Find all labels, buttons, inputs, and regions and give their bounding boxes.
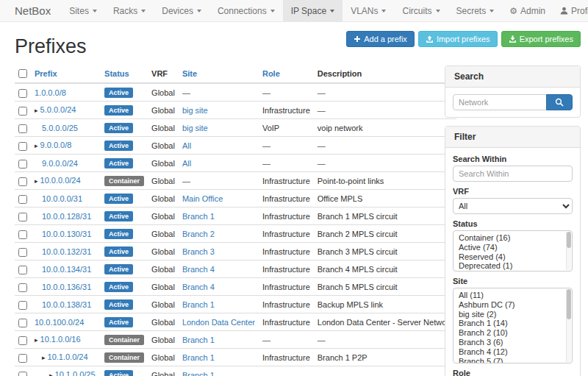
prefix-link[interactable]: 10.1.0.0/25 — [55, 370, 96, 376]
prefix-link[interactable]: 10.0.0.136/31 — [42, 283, 91, 291]
listbox-option[interactable]: Deprecated (1) — [459, 261, 562, 271]
nav-item-sites[interactable]: Sites — [61, 0, 105, 21]
row-checkbox[interactable] — [18, 89, 27, 98]
column-header-site[interactable]: Site — [179, 65, 259, 83]
prefix-link[interactable]: 1.0.0.0/8 — [35, 88, 66, 97]
listbox-option[interactable]: Active (74) — [459, 243, 562, 252]
row-checkbox[interactable] — [18, 266, 27, 274]
listbox-option[interactable]: Reserved (4) — [459, 252, 562, 262]
listbox-option[interactable]: big site (2) — [459, 310, 562, 319]
row-checkbox[interactable] — [18, 336, 27, 345]
site-link[interactable]: Main Office — [182, 194, 223, 203]
vrf-cell: Global — [148, 83, 179, 102]
nav-item-label: Racks — [113, 6, 137, 16]
listbox-option[interactable]: Branch 2 (10) — [459, 328, 562, 338]
listbox-option[interactable]: Branch 5 (7) — [459, 357, 562, 363]
row-checkbox[interactable] — [18, 177, 27, 186]
site-link[interactable]: Branch 1 — [182, 300, 215, 309]
row-checkbox[interactable] — [18, 107, 27, 116]
nav-right-items: ⚙AdminProfileLog out — [502, 0, 588, 21]
prefix-link[interactable]: 5.0.0.0/24 — [40, 105, 76, 114]
search-input[interactable] — [453, 94, 547, 110]
status-badge: Active — [104, 299, 133, 310]
column-header-status[interactable]: Status — [101, 65, 148, 83]
role-cell: Infrastructure — [259, 349, 314, 366]
import-prefixes-button[interactable]: Import prefixes — [418, 31, 498, 47]
site-link[interactable]: London Data Center — [182, 318, 255, 327]
prefix-link[interactable]: 10.0.0.132/31 — [42, 247, 91, 256]
prefix-link[interactable]: 10.1.0.0/16 — [40, 335, 81, 344]
row-checkbox[interactable] — [18, 248, 27, 257]
site-link[interactable]: Branch 2 — [182, 230, 215, 238]
role-cell: Infrastructure — [259, 260, 314, 278]
site-link[interactable]: Branch 4 — [182, 265, 215, 274]
site-link[interactable]: All — [182, 141, 191, 150]
nav-item-ip-space[interactable]: IP Space — [283, 0, 343, 21]
row-checkbox[interactable] — [18, 354, 27, 363]
description-cell: Backup MPLS link — [314, 296, 457, 313]
row-checkbox[interactable] — [18, 319, 27, 327]
row-checkbox[interactable] — [18, 230, 27, 239]
listbox-option[interactable]: Container (16) — [459, 233, 562, 243]
row-checkbox[interactable] — [18, 301, 27, 310]
scrollbar-thumb[interactable] — [567, 232, 571, 248]
filter-label-role: Role — [453, 369, 573, 376]
prefix-link[interactable]: 10.0.0.130/31 — [42, 230, 91, 238]
role-cell: Infrastructure — [259, 243, 314, 260]
site-link[interactable]: All — [182, 159, 191, 168]
row-checkbox[interactable] — [18, 283, 27, 292]
nav-item-racks[interactable]: Racks — [105, 0, 154, 21]
prefix-link[interactable]: 5.0.0.0/25 — [42, 124, 78, 132]
site-link[interactable]: big site — [182, 106, 208, 115]
column-header-prefix[interactable]: Prefix — [31, 65, 101, 83]
prefix-link[interactable]: 10.0.0.134/31 — [42, 265, 91, 274]
nav-item-connections[interactable]: Connections — [209, 0, 283, 21]
site-link[interactable]: Branch 4 — [182, 283, 215, 291]
row-checkbox[interactable] — [18, 372, 27, 376]
nav-item-vlans[interactable]: VLANs — [343, 0, 394, 21]
row-checkbox[interactable] — [18, 195, 27, 204]
site-link[interactable]: Branch 1 — [182, 353, 215, 362]
row-checkbox[interactable] — [18, 160, 27, 169]
scrollbar-thumb[interactable] — [567, 289, 571, 319]
filter-select-vrf[interactable]: All — [453, 198, 573, 214]
site-link[interactable]: big site — [182, 124, 208, 132]
prefix-link[interactable]: 10.0.0.0/31 — [42, 194, 82, 203]
prefix-link[interactable]: 10.0.0.128/31 — [42, 212, 91, 221]
status-badge: Container — [104, 335, 144, 345]
prefix-link[interactable]: 10.1.0.0/24 — [48, 352, 88, 361]
listbox-option[interactable]: Branch 3 (6) — [459, 338, 562, 347]
listbox-option[interactable]: Branch 4 (12) — [459, 347, 562, 357]
export-prefixes-button[interactable]: Export prefixes — [501, 31, 581, 47]
filter-input-search-within[interactable] — [453, 166, 573, 182]
nav-item-circuits[interactable]: Circuits — [394, 0, 448, 21]
nav-item-label: Sites — [69, 6, 89, 16]
row-checkbox[interactable] — [18, 213, 27, 221]
vrf-cell: Global — [148, 172, 179, 190]
prefix-link[interactable]: 10.0.100.0/24 — [35, 318, 84, 327]
site-link[interactable]: Branch 1 — [182, 371, 215, 376]
filter-listbox-site[interactable]: All (11)Ashburn DC (7)big site (2)Branch… — [453, 288, 573, 363]
nav-item-secrets[interactable]: Secrets — [448, 0, 503, 21]
search-button[interactable] — [546, 94, 573, 110]
site-link[interactable]: Branch 1 — [182, 212, 215, 221]
row-checkbox[interactable] — [18, 124, 27, 133]
listbox-option[interactable]: Ashburn DC (7) — [459, 300, 562, 310]
column-header-role[interactable]: Role — [259, 65, 314, 83]
prefix-link[interactable]: 10.0.0.0/24 — [40, 176, 81, 185]
select-all-checkbox[interactable] — [18, 69, 27, 78]
listbox-option[interactable]: All (11) — [459, 291, 562, 300]
prefix-link[interactable]: 9.0.0.0/24 — [42, 159, 78, 168]
nav-item-profile[interactable]: Profile — [553, 0, 588, 21]
prefix-link[interactable]: 9.0.0.0/8 — [40, 141, 72, 149]
prefix-link[interactable]: 10.0.0.138/31 — [42, 300, 91, 309]
site-link[interactable]: Branch 3 — [182, 247, 215, 256]
site-link[interactable]: Branch 1 — [182, 336, 215, 344]
row-checkbox[interactable] — [18, 142, 27, 151]
app-brand[interactable]: NetBox — [0, 0, 61, 21]
filter-listbox-status[interactable]: Container (16)Active (74)Reserved (4)Dep… — [453, 230, 573, 272]
listbox-option[interactable]: Branch 1 (14) — [459, 319, 562, 328]
nav-item-devices[interactable]: Devices — [154, 0, 209, 21]
add-a-prefix-button[interactable]: Add a prefix — [346, 31, 415, 47]
nav-item-admin[interactable]: ⚙Admin — [502, 0, 553, 21]
